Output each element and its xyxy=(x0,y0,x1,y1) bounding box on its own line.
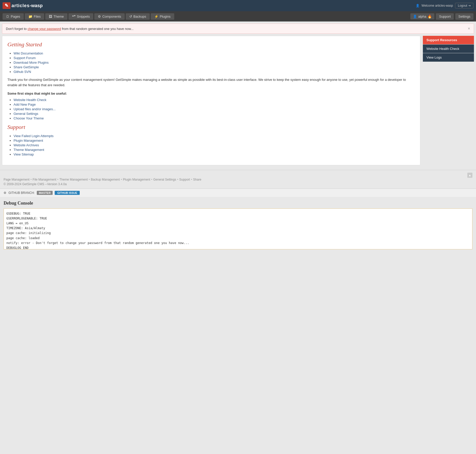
first-steps-heading: Some first steps that might be useful: xyxy=(7,92,415,95)
footer-plugin-mgmt-link[interactable]: Plugin Management xyxy=(123,178,150,181)
share-getsimple-link[interactable]: Share GetSimple xyxy=(14,65,39,69)
add-page-link[interactable]: Add New Page xyxy=(14,103,36,106)
list-item: View Failed Login Attempts xyxy=(14,134,415,138)
list-item: Wiki Documentation xyxy=(14,51,415,55)
nav-left: 🗋 Pages 📁 Files 🖼 Theme ❝❞ Snippets ⚙ Co… xyxy=(3,13,174,20)
list-item: Upload files and/or images... xyxy=(14,107,415,111)
nav-backups-label: Backups xyxy=(133,15,146,18)
footer-file-mgmt-link[interactable]: File Management xyxy=(33,178,56,181)
alert-bar: Don't forget to change your password fro… xyxy=(2,24,474,34)
nav-pages-button[interactable]: 🗋 Pages xyxy=(3,13,24,20)
master-badge[interactable]: MASTER xyxy=(37,191,53,195)
footer-support-link[interactable]: Support xyxy=(179,178,190,181)
list-item: Website Health Check xyxy=(14,98,415,102)
alert-text-after: from that random generated one you have … xyxy=(61,27,134,31)
list-item: Plugin Management xyxy=(14,139,415,142)
github-icon: ⚙ xyxy=(4,191,6,195)
nav-backups-button[interactable]: ↺ Backups xyxy=(126,13,150,20)
files-icon: 📁 xyxy=(28,15,32,18)
health-check-link[interactable]: Website Health Check xyxy=(14,98,46,102)
alert-close-button[interactable]: × xyxy=(468,26,470,31)
list-item: Website Archives xyxy=(14,143,415,147)
nav-files-button[interactable]: 📁 Files xyxy=(25,13,44,20)
nav-snippets-label: Snippets xyxy=(77,15,90,18)
nav-snippets-button[interactable]: ❝❞ Snippets xyxy=(68,13,94,20)
list-item: Add New Page xyxy=(14,103,415,106)
list-item: Support Forum xyxy=(14,56,415,60)
alpha-badge: 👤 alpha 🔥 xyxy=(410,13,435,19)
alert-text-before: Don't forget to xyxy=(6,27,28,31)
nav-theme-button[interactable]: 🖼 Theme xyxy=(45,13,67,20)
sidebar-health-check[interactable]: Website Health Check xyxy=(423,45,474,53)
nav-components-button[interactable]: ⚙ Components xyxy=(94,13,125,20)
settings-nav-button[interactable]: Settings xyxy=(455,13,473,20)
separator: • xyxy=(57,178,58,181)
footer-links: Page Management • File Management • Them… xyxy=(4,178,472,181)
footer-general-settings-link[interactable]: General Settings xyxy=(153,178,176,181)
logout-button[interactable]: Logout ⇥ xyxy=(455,3,473,8)
separator: • xyxy=(30,178,31,181)
first-steps-links: Website Health Check Add New Page Upload… xyxy=(14,98,415,120)
nav-files-label: Files xyxy=(34,15,41,18)
alert-text: Don't forget to change your password fro… xyxy=(6,27,134,31)
intro-text: Thank you for choosing GetSimple as your… xyxy=(7,77,415,88)
debug-content[interactable]: GSDEBUG: TRUE GSERRORLOGENABLE: TRUE LAN… xyxy=(4,208,472,249)
getting-started-links: Wiki Documentation Support Forum Downloa… xyxy=(14,51,415,74)
website-archives-link[interactable]: Website Archives xyxy=(14,143,39,147)
support-links: View Failed Login Attempts Plugin Manage… xyxy=(14,134,415,156)
github-bar: ⚙ GITHUB BRANCH: MASTER GITHUB ISSUE xyxy=(0,189,476,197)
scroll-top-button[interactable]: ▲ xyxy=(467,173,472,178)
change-password-link[interactable]: change your password xyxy=(28,27,61,31)
list-item: Theme Management xyxy=(14,148,415,152)
footer-theme-mgmt-link[interactable]: Theme Management xyxy=(60,178,88,181)
footer-share-link[interactable]: Share xyxy=(193,178,201,181)
list-item: General Settings xyxy=(14,112,415,116)
theme-mgmt-link[interactable]: Theme Management xyxy=(14,148,44,152)
nav-plugins-label: Plugins xyxy=(160,15,171,18)
footer-backup-mgmt-link[interactable]: Backup Management xyxy=(91,178,120,181)
failed-login-link[interactable]: View Failed Login Attempts xyxy=(14,134,54,138)
getting-started-title: Getting Started xyxy=(7,41,415,48)
support-section-title: Support xyxy=(7,124,415,130)
user-nav-icon: 👤 xyxy=(413,15,417,18)
support-nav-button[interactable]: Support xyxy=(436,13,454,20)
debug-console: Debug Console GSDEBUG: TRUE GSERRORLOGEN… xyxy=(0,197,476,253)
snippets-icon: ❝❞ xyxy=(72,15,76,18)
debug-title: Debug Console xyxy=(4,201,472,206)
sidebar-view-logs[interactable]: View Logs xyxy=(423,53,474,62)
general-settings-link[interactable]: General Settings xyxy=(14,112,38,116)
sidebar-support-resources[interactable]: Support Resources xyxy=(423,36,474,45)
separator: • xyxy=(177,178,178,181)
upload-files-link[interactable]: Upload files and/or images... xyxy=(14,107,56,111)
github-issue-badge[interactable]: GITHUB ISSUE xyxy=(55,191,80,195)
sidebar: Support Resources Website Health Check V… xyxy=(423,36,474,165)
topbar: ✎ articles - wasp 👤 Welcome articles-was… xyxy=(0,0,476,11)
footer: ▲ Page Management • File Management • Th… xyxy=(0,170,476,189)
user-icon: 👤 xyxy=(416,4,420,7)
support-forum-link[interactable]: Support Forum xyxy=(14,56,36,60)
pages-icon: 🗋 xyxy=(6,15,9,18)
topbar-right: 👤 Welcome articles-wasp Logout ⇥ xyxy=(416,3,473,8)
list-item: Choose Your Theme xyxy=(14,116,415,120)
footer-page-mgmt-link[interactable]: Page Management xyxy=(4,178,29,181)
github-svn-link[interactable]: Github SVN xyxy=(14,70,31,74)
nav-theme-label: Theme xyxy=(53,15,64,18)
plugins-icon: ⚡ xyxy=(154,15,158,18)
backups-icon: ↺ xyxy=(129,15,132,18)
separator: • xyxy=(89,178,90,181)
download-plugins-link[interactable]: Download More Plugins xyxy=(14,61,49,64)
list-item: Download More Plugins xyxy=(14,61,415,64)
logo-area: ✎ articles - wasp xyxy=(3,2,43,9)
theme-icon: 🖼 xyxy=(49,15,52,18)
choose-theme-link[interactable]: Choose Your Theme xyxy=(14,116,44,120)
wiki-doc-link[interactable]: Wiki Documentation xyxy=(14,51,43,55)
separator: • xyxy=(191,178,192,181)
footer-copyright: © 2009-2024 GetSimple CMS --Version 3.4.… xyxy=(4,182,472,186)
welcome-text: Welcome articles-wasp xyxy=(422,4,453,7)
separator: • xyxy=(121,178,122,181)
plugin-mgmt-link[interactable]: Plugin Management xyxy=(14,139,43,142)
logo-part2: wasp xyxy=(31,3,43,8)
nav-pages-label: Pages xyxy=(11,15,20,18)
nav-plugins-button[interactable]: ⚡ Plugins xyxy=(151,13,174,20)
view-sitemap-link[interactable]: View Sitemap xyxy=(14,152,34,156)
